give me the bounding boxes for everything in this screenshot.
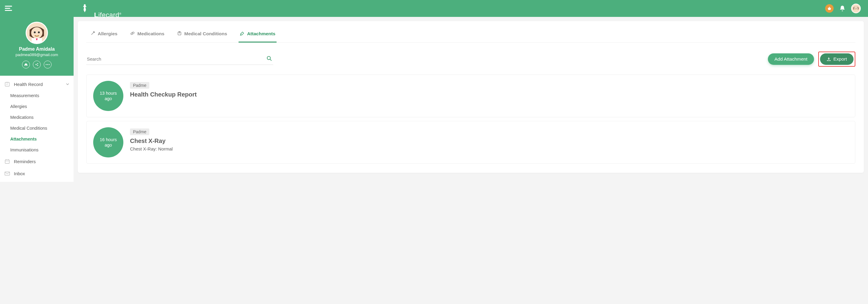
chevron-down-icon <box>66 82 69 87</box>
time-badge: 16 hoursago <box>93 127 123 157</box>
export-label: Export <box>833 56 847 62</box>
main-content: AllergiesMedicationsMedical ConditionsAt… <box>73 17 868 182</box>
svg-rect-16 <box>5 82 9 86</box>
app-logo[interactable]: Lifecard® My way to better health. <box>73 0 126 26</box>
download-icon <box>827 57 831 61</box>
home-icon <box>24 63 28 66</box>
tab-label: Attachments <box>247 31 275 36</box>
attachment-list: 13 hoursagoPadmeHealth Checkup Report16 … <box>86 74 855 164</box>
svg-point-21 <box>241 34 242 34</box>
tab-label: Allergies <box>98 31 117 36</box>
logo-text-rest: ifecard <box>98 11 119 19</box>
profile-block: Padme Amidala padmea089@gmail.com <box>0 17 73 76</box>
sidebar-group-health-record[interactable]: Health Record <box>0 78 73 90</box>
svg-point-7 <box>34 31 36 33</box>
home-button[interactable] <box>22 61 30 68</box>
logo-mark-icon <box>81 4 89 13</box>
attachment-item[interactable]: 16 hoursagoPadmeChest X-RayChest X-Ray: … <box>86 121 855 164</box>
more-button[interactable] <box>44 61 52 68</box>
search-icon[interactable] <box>267 56 272 62</box>
profile-email: padmea089@gmail.com <box>3 53 70 57</box>
tab-medications[interactable]: Medications <box>129 27 165 42</box>
svg-point-12 <box>37 65 38 66</box>
sidebar-group-label: Health Record <box>14 82 43 87</box>
sidebar-reminders-label: Reminders <box>14 159 36 164</box>
add-attachment-label: Add Attachment <box>775 56 807 62</box>
sidebar-item-reminders[interactable]: Reminders <box>0 155 73 168</box>
tab-label: Medications <box>137 31 164 36</box>
tab-medical-conditions[interactable]: Medical Conditions <box>176 27 228 42</box>
owner-tag: Padme <box>130 82 149 89</box>
tab-icon <box>130 31 135 37</box>
export-button[interactable]: Export <box>820 53 854 65</box>
user-avatar-top[interactable] <box>851 4 861 13</box>
owner-tag: Padme <box>130 128 149 135</box>
share-icon <box>35 63 39 66</box>
basket-icon <box>827 6 832 10</box>
share-button[interactable] <box>33 61 41 68</box>
tab-icon <box>177 31 182 37</box>
attachment-item[interactable]: 13 hoursagoPadmeHealth Checkup Report <box>86 74 855 117</box>
sidebar-item-measurements[interactable]: Measurements <box>0 90 73 101</box>
svg-point-22 <box>267 56 271 60</box>
export-highlight-box: Export <box>818 52 855 67</box>
bell-icon <box>839 5 846 12</box>
search-field-wrap <box>86 53 273 65</box>
tab-bar: AllergiesMedicationsMedical ConditionsAt… <box>86 27 855 42</box>
health-record-icon <box>4 81 10 87</box>
svg-point-11 <box>37 63 38 64</box>
tab-icon <box>240 31 245 37</box>
tab-label: Medical Conditions <box>184 31 227 36</box>
profile-name: Padme Amidala <box>3 47 70 52</box>
tab-allergies[interactable]: Allergies <box>89 27 119 42</box>
more-icon <box>45 64 50 65</box>
notifications-button[interactable] <box>839 5 846 12</box>
sidebar: Padme Amidala padmea089@gmail.com Heal <box>0 17 73 182</box>
svg-point-0 <box>84 4 86 6</box>
logo-text-bold: L <box>94 11 98 19</box>
svg-point-13 <box>46 64 47 65</box>
basket-button[interactable] <box>825 4 834 13</box>
reminders-icon <box>4 158 10 164</box>
svg-point-2 <box>854 6 858 10</box>
time-badge: 13 hoursago <box>93 81 123 111</box>
sidebar-item-medications[interactable]: Medications <box>0 112 73 123</box>
profile-avatar[interactable] <box>26 22 48 44</box>
svg-point-6 <box>31 27 42 38</box>
sidebar-item-medical-conditions[interactable]: Medical Conditions <box>0 123 73 133</box>
svg-point-15 <box>49 64 50 65</box>
attachment-desc: Chest X-Ray: Normal <box>130 146 173 151</box>
top-bar: Lifecard® My way to better health. <box>0 0 868 17</box>
sidebar-item-inbox[interactable]: Inbox <box>0 168 73 179</box>
avatar-large-icon <box>27 23 47 43</box>
attachment-title: Chest X-Ray <box>130 138 173 145</box>
sidebar-item-allergies[interactable]: Allergies <box>0 101 73 112</box>
avatar-icon <box>852 4 860 13</box>
sidebar-item-attachments[interactable]: Attachments <box>0 133 73 145</box>
logo-reg: ® <box>119 12 122 16</box>
tab-attachments[interactable]: Attachments <box>239 27 277 42</box>
svg-rect-17 <box>5 160 9 163</box>
sidebar-inbox-label: Inbox <box>14 171 25 176</box>
svg-point-8 <box>38 31 40 33</box>
sidebar-item-immunisations[interactable]: Immunisations <box>0 145 73 155</box>
menu-toggle-icon[interactable] <box>5 6 12 11</box>
tab-icon <box>91 31 95 37</box>
inbox-icon <box>4 171 10 176</box>
add-attachment-button[interactable]: Add Attachment <box>768 53 814 65</box>
svg-point-3 <box>855 8 855 8</box>
svg-point-14 <box>48 64 48 65</box>
svg-point-4 <box>857 8 857 8</box>
attachment-title: Health Checkup Report <box>130 91 197 98</box>
logo-tagline: My way to better health. <box>90 24 126 26</box>
search-input[interactable] <box>86 53 273 65</box>
